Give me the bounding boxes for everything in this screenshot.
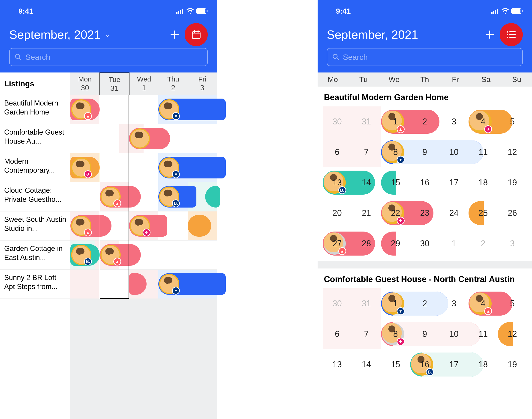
booking-pill[interactable]: ▲: [381, 110, 440, 134]
booking-pill[interactable]: ▲: [70, 99, 100, 120]
add-button[interactable]: [484, 29, 495, 40]
wifi-icon: [502, 8, 509, 14]
timeline-empty-area: [0, 299, 217, 419]
add-button[interactable]: [169, 29, 181, 40]
calendar-day-cell[interactable]: 15: [381, 349, 410, 380]
day-cell[interactable]: [100, 95, 129, 124]
booking-pill[interactable]: ▾: [158, 157, 226, 178]
listing-label: Cloud Cottage: Private Guestho...: [0, 182, 70, 211]
section-divider: [318, 261, 532, 268]
day-cell[interactable]: [95, 124, 119, 153]
calendar-day-cell[interactable]: 13: [323, 349, 352, 380]
day-cell[interactable]: [100, 153, 129, 182]
booking-pill[interactable]: B.: [158, 186, 196, 208]
booking-pill[interactable]: ✈: [468, 110, 512, 134]
listing-row[interactable]: Modern Contemporary...✈▾: [0, 153, 217, 182]
calendar-day-cell[interactable]: 19: [498, 167, 527, 198]
day-column-header[interactable]: Tue31: [100, 72, 130, 95]
month-title: September, 2021: [327, 28, 418, 41]
listing-row[interactable]: Comfortable Guest House Au...: [0, 124, 217, 153]
day-cell[interactable]: [168, 124, 193, 153]
day-column-header[interactable]: Thu2: [158, 72, 188, 95]
booking-pill[interactable]: ▲: [70, 215, 112, 237]
day-cell[interactable]: [100, 270, 129, 299]
day-column-header[interactable]: Fri3: [188, 72, 217, 95]
month-picker[interactable]: September, 2021 ⌄: [9, 28, 169, 41]
listing-row[interactable]: Sunny 2 BR Loft Apt Steps from...▾: [0, 270, 217, 299]
listing-row[interactable]: Sweet South Austin Studio in...▲✈: [0, 211, 217, 241]
calendar-day-cell[interactable]: 1: [440, 228, 469, 259]
chevron-down-icon: ⌄: [105, 31, 110, 39]
calendar-day-cell[interactable]: 30: [323, 288, 352, 319]
status-bar: 9:41: [0, 4, 217, 18]
listing-row[interactable]: Beautiful Modern Garden Home▲▾: [0, 95, 217, 124]
booking-pill[interactable]: ▾: [381, 292, 448, 315]
day-cell[interactable]: [70, 182, 100, 211]
listing-row[interactable]: Cloud Cottage: Private Guestho...▲B.: [0, 182, 217, 211]
booking-pill[interactable]: B.: [70, 244, 100, 266]
day-cell[interactable]: [143, 241, 168, 269]
calendar-day-cell[interactable]: 30: [410, 228, 440, 259]
status-icons: [176, 8, 208, 14]
day-cell[interactable]: [193, 241, 217, 269]
svg-point-18: [507, 34, 508, 35]
calendar-day-cell[interactable]: 20: [323, 198, 352, 228]
day-cell[interactable]: [168, 241, 193, 269]
booking-pill[interactable]: ▲: [468, 292, 512, 315]
day-column-header[interactable]: Wed1: [130, 72, 158, 95]
search-input[interactable]: [343, 53, 518, 62]
calendar-day-cell[interactable]: 19: [498, 349, 527, 380]
weekday-label: Fr: [440, 75, 471, 84]
booking-pill[interactable]: ▾: [158, 99, 226, 120]
timeline-body[interactable]: Beautiful Modern Garden Home▲▾Comfortabl…: [0, 95, 217, 299]
day-cell[interactable]: [193, 124, 217, 153]
calendar-day-cell[interactable]: 21: [352, 198, 381, 228]
calendar-view-button[interactable]: [191, 29, 201, 40]
month-picker[interactable]: September, 2021: [327, 28, 484, 41]
calendar-day-cell[interactable]: 17: [440, 167, 469, 198]
booking-pill[interactable]: [129, 128, 170, 149]
day-cell[interactable]: [70, 270, 100, 299]
booking-pill[interactable]: [188, 215, 211, 237]
header: 9:41 September, 2021 ⌄: [0, 0, 217, 72]
calendar-day-cell[interactable]: 30: [323, 106, 352, 137]
calendar-day-cell[interactable]: 24: [440, 198, 469, 228]
calendar-day-cell[interactable]: 3: [440, 106, 469, 137]
day-cell[interactable]: [70, 124, 95, 153]
search-field[interactable]: [9, 48, 208, 66]
calendar-week-row: 27282930123▲: [323, 228, 527, 259]
listing-section-title[interactable]: Beautiful Modern Garden Home: [318, 87, 532, 106]
weekday-header: MoTuWeThFrSaSu: [318, 72, 532, 87]
calendar-day-cell[interactable]: 18: [468, 167, 498, 198]
booking-pill[interactable]: ▾: [158, 273, 226, 295]
calendar-day-cell[interactable]: 7: [352, 137, 381, 167]
listing-row[interactable]: Garden Cottage in East Austin...B.▲: [0, 241, 217, 270]
weekday-label: Su: [501, 75, 532, 84]
list-view-button[interactable]: [506, 29, 516, 40]
calendar-day-cell[interactable]: 31: [352, 288, 381, 319]
listing-section-title[interactable]: Comfortable Guest House - North Central …: [318, 268, 532, 288]
calendar-day-cell[interactable]: 3: [498, 228, 527, 259]
booking-pill[interactable]: ✈: [70, 157, 100, 178]
phone-month-view: 9:41 September, 2021: [318, 0, 532, 419]
calendar-day-cell[interactable]: 31: [352, 106, 381, 137]
calendar-week-row: 6789101112✈: [323, 319, 527, 349]
day-column-header[interactable]: Mon30: [70, 72, 100, 95]
booking-pill[interactable]: ▲: [100, 186, 141, 208]
calendar-day-cell[interactable]: 14: [352, 349, 381, 380]
month-scroll[interactable]: Beautiful Modern Garden Home303112345▲✈6…: [318, 87, 532, 380]
search-input[interactable]: [26, 53, 202, 62]
calendar-day-cell[interactable]: 12: [498, 137, 527, 167]
booking-pill[interactable]: ▲: [100, 244, 141, 266]
calendar-day-cell[interactable]: 7: [352, 319, 381, 349]
search-field[interactable]: [327, 48, 523, 66]
calendar-day-cell[interactable]: 6: [323, 319, 352, 349]
booking-pill[interactable]: ✈: [129, 215, 167, 237]
calendar-day-cell[interactable]: 26: [498, 198, 527, 228]
calendar-day-cell[interactable]: 2: [468, 228, 498, 259]
day-cell[interactable]: [129, 153, 158, 182]
calendar-day-cell[interactable]: 6: [323, 137, 352, 167]
calendar-day-cell[interactable]: 16: [410, 167, 440, 198]
day-cell[interactable]: [129, 95, 158, 124]
listing-label: Garden Cottage in East Austin...: [0, 241, 70, 269]
